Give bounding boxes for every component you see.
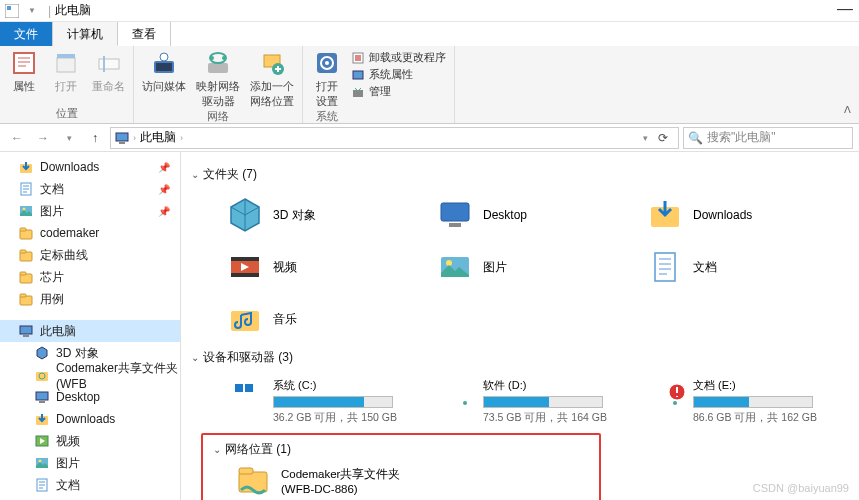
- svg-rect-63: [245, 384, 253, 392]
- pic-icon: [18, 203, 34, 219]
- caret-icon: ⌄: [213, 444, 221, 455]
- media-icon: [150, 49, 178, 77]
- sidebar-item-thispc[interactable]: 此电脑: [0, 320, 180, 342]
- access-media-button[interactable]: 访问媒体: [142, 49, 186, 109]
- pin-icon: 📌: [158, 162, 170, 173]
- network-folder-icon: [233, 462, 273, 500]
- properties-button[interactable]: 属性: [8, 49, 40, 94]
- minimize-button[interactable]: —: [837, 0, 853, 18]
- svg-rect-42: [39, 401, 45, 403]
- vid-icon: [225, 247, 265, 287]
- svg-rect-57: [231, 273, 259, 277]
- sidebar-item[interactable]: 文档: [0, 474, 180, 496]
- content-pane: ⌄文件夹 (7) 3D 对象DesktopDownloads视频图片文档音乐 ⌄…: [181, 152, 859, 500]
- sidebar-item[interactable]: 芯片: [0, 266, 180, 288]
- sidebar-item[interactable]: Desktop: [0, 386, 180, 408]
- caret-icon: ⌄: [191, 352, 199, 363]
- svg-point-65: [673, 401, 677, 405]
- sidebar-item[interactable]: 视频: [0, 430, 180, 452]
- folder-item[interactable]: Downloads: [641, 191, 821, 239]
- sidebar-item[interactable]: Downloads: [0, 408, 180, 430]
- tab-computer[interactable]: 计算机: [53, 22, 118, 46]
- crumb-sep-icon[interactable]: ›: [180, 133, 183, 143]
- sidebar-item[interactable]: codemaker: [0, 222, 180, 244]
- sidebar-item[interactable]: 图片📌: [0, 200, 180, 222]
- netloc-line2: (WFB-DC-886): [281, 482, 400, 497]
- ribbon-group-network: 访问媒体 映射网络 驱动器 添加一个 网络位置 网络: [134, 46, 303, 123]
- group-label-network: 网络: [207, 109, 229, 126]
- back-button[interactable]: ←: [6, 127, 28, 149]
- svg-point-18: [325, 61, 329, 65]
- recent-button[interactable]: ▾: [58, 127, 80, 149]
- folder-item[interactable]: 视频: [221, 243, 401, 291]
- pin-icon: 📌: [158, 184, 170, 195]
- drives-header[interactable]: ⌄设备和驱动器 (3): [191, 349, 849, 366]
- desk-icon: [34, 389, 50, 405]
- ribbon-tabs: 文件 计算机 查看: [0, 22, 859, 46]
- folder-item[interactable]: Desktop: [431, 191, 611, 239]
- vid-icon: [34, 433, 50, 449]
- svg-rect-8: [156, 63, 172, 71]
- rename-icon: [95, 49, 123, 77]
- network-section-highlight: ⌄网络位置 (1) Codemaker共享文件夹 (WFB-DC-886): [201, 433, 601, 500]
- folder-icon: [18, 291, 34, 307]
- sidebar-item[interactable]: Downloads📌: [0, 156, 180, 178]
- uninstall-icon: [351, 51, 365, 65]
- uninstall-button[interactable]: 卸载或更改程序: [351, 49, 446, 66]
- settings-icon: [313, 49, 341, 77]
- sidebar-item[interactable]: 定标曲线: [0, 244, 180, 266]
- breadcrumb-root[interactable]: 此电脑: [140, 129, 176, 146]
- group-label-location: 位置: [56, 106, 78, 123]
- drive-item[interactable]: t x="6" y="18" width="28" height="14" fi…: [431, 374, 611, 429]
- pc-icon: [115, 131, 129, 145]
- add-netloc-icon: [258, 49, 286, 77]
- sidebar-item[interactable]: 文档📌: [0, 178, 180, 200]
- svg-point-64: [463, 401, 467, 405]
- tab-file[interactable]: 文件: [0, 22, 53, 46]
- sysprops-icon: [351, 68, 365, 82]
- folder-item[interactable]: 文档: [641, 243, 821, 291]
- folder-item[interactable]: 3D 对象: [221, 191, 401, 239]
- sidebar-item[interactable]: 用例: [0, 288, 180, 310]
- sidebar-item[interactable]: 图片: [0, 452, 180, 474]
- caret-icon: ⌄: [191, 169, 199, 180]
- down-icon: [18, 159, 34, 175]
- refresh-button[interactable]: ⟳: [652, 131, 674, 145]
- ribbon-collapse-icon[interactable]: ᐱ: [844, 104, 851, 115]
- usage-bar: [693, 396, 813, 408]
- sysprops-button[interactable]: 系统属性: [351, 66, 446, 83]
- search-box[interactable]: 🔍 搜索"此电脑": [683, 127, 853, 149]
- address-box[interactable]: › 此电脑 › ▾ ⟳: [110, 127, 679, 149]
- drive-icon: t x="6" y="18" width="28" height="14" fi…: [435, 378, 475, 418]
- folder-item[interactable]: 音乐: [221, 295, 401, 343]
- sidebar-item[interactable]: Codemaker共享文件夹 (WFB: [0, 364, 180, 386]
- tab-view[interactable]: 查看: [118, 22, 171, 46]
- mus-icon: [225, 299, 265, 339]
- addr-dropdown-icon[interactable]: ▾: [643, 133, 648, 143]
- folders-header[interactable]: ⌄文件夹 (7): [191, 166, 849, 183]
- ribbon-group-location: 属性 打开 重命名 位置: [0, 46, 134, 123]
- open-settings-button[interactable]: 打开 设置: [311, 49, 343, 109]
- network-location-item[interactable]: Codemaker共享文件夹 (WFB-DC-886): [233, 462, 589, 500]
- separator: |: [48, 4, 51, 18]
- map-drive-button[interactable]: 映射网络 驱动器: [196, 49, 240, 109]
- svg-rect-2: [14, 53, 34, 73]
- map-drive-icon: [204, 49, 232, 77]
- svg-rect-36: [20, 294, 26, 297]
- svg-rect-56: [231, 257, 259, 261]
- manage-button[interactable]: 管理: [351, 83, 446, 100]
- add-netloc-button[interactable]: 添加一个 网络位置: [250, 49, 294, 109]
- svg-rect-68: [239, 468, 253, 474]
- drive-item[interactable]: t x="6" y="18" width="28" height="14" fi…: [641, 374, 821, 429]
- obj-icon: [34, 345, 50, 361]
- folder-item[interactable]: 图片: [431, 243, 611, 291]
- pin-icon: 📌: [158, 206, 170, 217]
- svg-point-13: [222, 56, 226, 60]
- pic-icon: [435, 247, 475, 287]
- dropdown-icon[interactable]: ▼: [24, 3, 40, 19]
- svg-rect-30: [20, 228, 26, 231]
- up-button[interactable]: ↑: [84, 127, 106, 149]
- sidebar-item[interactable]: 音乐: [0, 496, 180, 500]
- drive-item[interactable]: t x="6" y="18" width="28" height="14" fi…: [221, 374, 401, 429]
- network-header[interactable]: ⌄网络位置 (1): [213, 441, 589, 458]
